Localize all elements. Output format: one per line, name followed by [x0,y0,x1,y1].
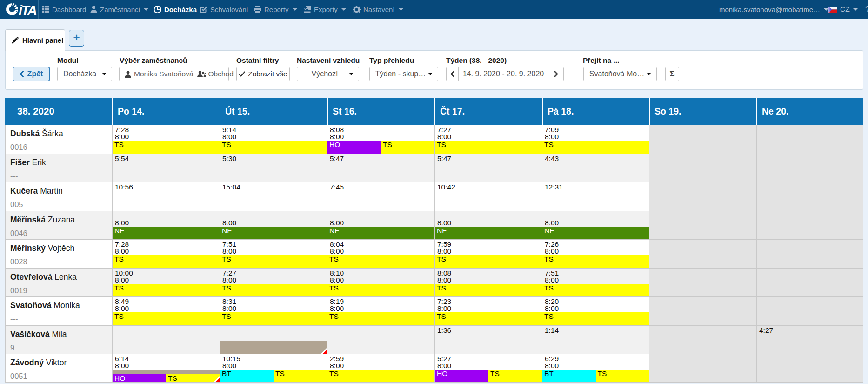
shift-band-TS[interactable]: TS [542,284,649,296]
employee-cell[interactable]: Svatoňová Monika--- [6,297,112,325]
day-cell[interactable] [649,211,756,239]
day-cell[interactable]: 1:36 [435,326,542,354]
day-cell[interactable] [649,182,756,211]
day-cell[interactable]: 5:47 [327,154,434,182]
day-cell[interactable] [757,297,863,325]
week-range-input[interactable]: 14. 9. 2020 - 20. 9. 2020 [458,67,548,81]
shift-band-TS[interactable]: TS [220,284,327,296]
day-cell[interactable]: 9:148:00TS [220,125,327,154]
prev-week-button[interactable] [446,67,459,81]
day-cell[interactable]: 10:158:00BTTS [220,354,327,382]
shift-band-NE[interactable]: NE [435,227,542,239]
shift-band-TS[interactable]: TS [435,284,542,296]
shift-band-draft[interactable] [220,341,327,354]
shift-band-TS[interactable]: TS [220,312,327,325]
shift-band-NE[interactable]: NE [220,227,327,239]
view-type-select[interactable]: Týden - skup… [369,67,438,81]
day-cell[interactable]: 8:208:00TS [542,297,649,325]
day-cell[interactable]: 4:27 [757,326,863,354]
employee-cell[interactable]: Dubská Šárka0016 [6,125,112,154]
day-cell[interactable]: 10:56 [113,182,220,211]
day-cell[interactable] [649,297,756,325]
user-menu[interactable]: monika.svatonova@mobatime… [719,0,828,19]
day-cell[interactable]: 4:43 [542,154,649,182]
shift-band-TS[interactable]: TS [113,255,220,268]
shift-band-HO[interactable]: HO [113,374,166,382]
back-button[interactable]: Zpět [13,67,50,81]
tab-hlavni-panel[interactable]: Hlavní panel [5,29,65,51]
day-cell[interactable]: 10:42 [435,182,542,211]
day-cell[interactable] [757,354,863,382]
shift-band-HO[interactable]: HO [327,141,381,154]
day-cell[interactable]: 5:54 [113,154,220,182]
menu-item-reporty[interactable]: Reporty [254,0,297,19]
employee-cell[interactable]: Měřínský Vojtěch0028 [6,240,112,268]
shift-band-TS[interactable]: TS [166,374,220,382]
day-cell[interactable]: 5:47 [435,154,542,182]
day-cell[interactable]: 6:298:00BTTS [542,354,649,382]
menu-item-zamestnanci[interactable]: Zaměstnanci [90,0,148,19]
day-cell[interactable] [757,269,863,296]
day-cell[interactable]: 8:498:00TS [113,297,220,325]
employee-cell[interactable]: Otevřelová Lenka0019 [6,269,112,296]
shift-band-TS[interactable]: TS [113,312,220,325]
menu-item-exporty[interactable]: Exporty [303,0,346,19]
shift-band-NE[interactable]: NE [542,227,649,239]
shift-band-TS[interactable]: TS [113,284,220,296]
next-week-button[interactable] [548,67,564,81]
appearance-select[interactable]: Výchozí [297,67,359,81]
shift-band-TS[interactable]: TS [220,141,327,154]
day-cell[interactable] [649,354,756,382]
day-cell[interactable]: 7:238:00TS [435,297,542,325]
app-logo[interactable]: iTA [4,1,38,17]
language-menu[interactable]: CZ [828,0,858,19]
shift-band-TS[interactable]: TS [435,255,542,268]
day-cell[interactable] [220,326,327,354]
shift-band-TS[interactable]: TS [435,312,542,325]
employee-cell[interactable]: Závodný Viktor0051 [6,354,112,382]
jump-to-select[interactable]: Svatoňová Mo… [583,67,657,81]
day-cell[interactable]: 7:278:00TS [435,125,542,154]
day-cell[interactable]: 12:31 [542,182,649,211]
shift-band-NE[interactable]: NE [113,227,220,239]
shift-band-TS[interactable]: TS [327,370,434,382]
shift-band-BT[interactable]: BT [542,370,596,382]
day-cell[interactable]: 7:288:00TS [113,240,220,268]
day-cell[interactable]: 1:14 [542,326,649,354]
day-cell[interactable]: 8:198:00TS [327,297,434,325]
day-cell[interactable] [649,154,756,182]
show-all-button[interactable]: Zobrazit vše [236,67,290,81]
day-cell[interactable]: 2:598:00TS [327,354,434,382]
employee-cell[interactable]: Měřínská Zuzana0046 [6,211,112,239]
day-cell[interactable]: 5:278:00HOTS [435,354,542,382]
help-icon[interactable]: ? [865,0,868,19]
shift-band-TS[interactable]: TS [113,141,220,154]
day-cell[interactable] [113,326,220,354]
shift-band-TS[interactable]: TS [435,141,542,154]
shift-band-TS[interactable]: TS [381,141,434,154]
day-cell[interactable]: 8:00NE [220,211,327,239]
shift-band-TS[interactable]: TS [327,284,434,296]
shift-band-TS[interactable]: TS [542,255,649,268]
day-cell[interactable] [327,326,434,354]
shift-band-BT[interactable]: BT [220,370,274,382]
shift-band-TS[interactable]: TS [327,312,434,325]
shift-band-TS[interactable]: TS [274,370,327,382]
day-cell[interactable]: 8:088:00HOTS [327,125,434,154]
day-cell[interactable]: 8:00NE [113,211,220,239]
day-cell[interactable]: 8:00NE [435,211,542,239]
day-cell[interactable]: 8:108:00TS [327,269,434,296]
employee-cell[interactable]: Kučera Martin005 [6,182,112,211]
day-cell[interactable]: 8:00NE [542,211,649,239]
day-cell[interactable]: 7:518:00TS [220,240,327,268]
day-cell[interactable]: 7:288:00TS [113,125,220,154]
employee-filter-box[interactable]: Monika Svatoňová Obchod [119,67,229,81]
day-cell[interactable] [757,182,863,211]
menu-item-dashboard[interactable]: Dashboard [42,0,86,19]
menu-item-schvalovani[interactable]: Schvalování [200,0,248,19]
day-cell[interactable]: 7:278:00TS [220,269,327,296]
sum-button[interactable]: Σ [665,67,679,81]
day-cell[interactable] [649,326,756,354]
day-cell[interactable] [757,125,863,154]
modul-select[interactable]: Docházka [57,67,112,81]
